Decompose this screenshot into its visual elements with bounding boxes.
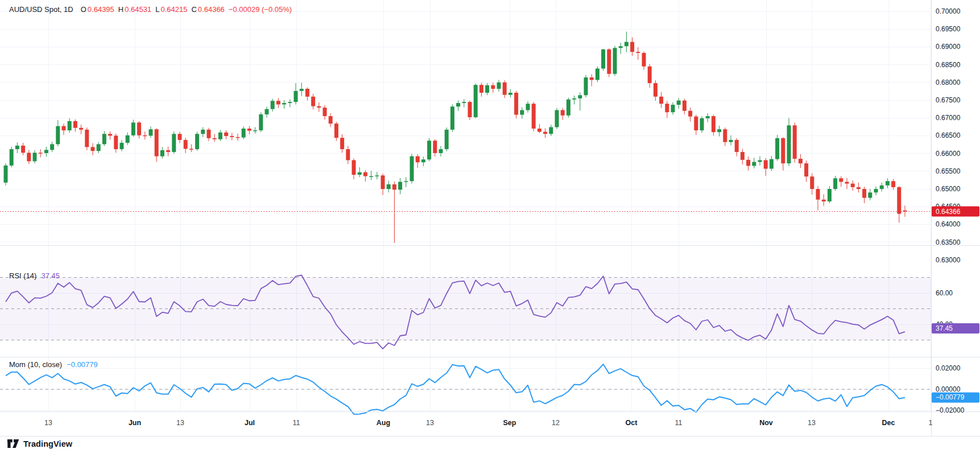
low-value: 0.64215 (160, 5, 187, 14)
candle (427, 138, 431, 162)
candle (445, 127, 449, 151)
candle (253, 127, 257, 133)
candle (636, 47, 640, 60)
candle (189, 144, 193, 152)
candle (305, 88, 309, 101)
candle (85, 127, 89, 150)
axis-label: 0.64000 (936, 220, 961, 228)
candle (567, 98, 570, 118)
candle (839, 176, 843, 187)
candle (474, 84, 478, 118)
time-axis-label: Aug (377, 419, 390, 427)
candle (833, 176, 837, 191)
candlestick-series[interactable] (4, 32, 907, 243)
candle (358, 167, 362, 177)
candle (683, 99, 687, 114)
candle (33, 150, 37, 163)
candle (555, 108, 559, 129)
candle (340, 134, 344, 153)
candle (561, 108, 565, 120)
candle (97, 142, 101, 153)
momentum-legend[interactable]: Mom (10, close) −0.00779 (9, 360, 98, 369)
candle (369, 171, 373, 180)
axis-label: 0.66500 (936, 131, 961, 139)
candle (799, 154, 803, 168)
candle (218, 130, 222, 141)
candle (619, 43, 623, 54)
candle (532, 102, 536, 131)
candle (166, 147, 170, 157)
candle (387, 181, 391, 193)
svg-text:37.45: 37.45 (936, 324, 953, 332)
candle (746, 157, 750, 170)
candle (497, 80, 501, 92)
candle (897, 186, 901, 223)
candle (793, 122, 797, 163)
candle (282, 100, 286, 109)
candle (323, 105, 327, 120)
momentum-current-value: −0.00779 (67, 360, 98, 369)
tradingview-logo[interactable]: TradingView (7, 439, 72, 448)
candle (868, 189, 872, 200)
time-axis-label: 13 (176, 419, 184, 427)
candle (108, 131, 112, 139)
candle (688, 108, 692, 121)
axis-label: 0.66000 (936, 150, 961, 158)
candle (880, 183, 884, 192)
candle (50, 142, 54, 152)
time-axis[interactable]: 13Jun13Jul11Aug13Sep12Oct11Nov13Dec1 (44, 419, 932, 427)
candle (160, 147, 164, 158)
candle (126, 133, 130, 145)
candle (503, 80, 507, 98)
candle (404, 177, 408, 187)
candle (862, 187, 866, 203)
candle (416, 154, 420, 168)
axis-label: 0.69500 (936, 25, 961, 33)
candle (300, 83, 304, 96)
chart-canvas[interactable]: 0.700000.695000.690000.685000.680000.675… (0, 0, 980, 457)
candle (10, 147, 14, 167)
time-axis-label: Oct (626, 419, 638, 427)
time-axis-label: Jun (129, 419, 141, 427)
candle (27, 150, 31, 164)
candle (822, 194, 826, 206)
axis-label: 0.63000 (936, 256, 961, 264)
ohlc-legend[interactable]: AUD/USD Spot, 1D O0.64395 H0.64531 L0.64… (9, 5, 292, 14)
tradingview-logo-icon (7, 439, 19, 448)
momentum-value-badge: −0.00779 (932, 392, 979, 402)
candle (352, 158, 356, 179)
candle (230, 133, 234, 140)
time-axis-label: Sep (503, 419, 516, 427)
candle (537, 124, 541, 133)
high-value: 0.64531 (125, 5, 151, 14)
time-axis-label: 1 (929, 419, 933, 427)
axis-label: 0.67500 (936, 96, 961, 104)
candle (804, 160, 808, 182)
grid-lines (0, 0, 931, 411)
candle (584, 75, 588, 97)
candle (178, 132, 182, 143)
candle (79, 125, 83, 134)
rsi-legend[interactable]: RSI (14) 37.45 (9, 271, 60, 280)
time-axis-label: 13 (808, 419, 816, 427)
candle (665, 101, 669, 118)
candle (770, 156, 774, 171)
candle (526, 101, 530, 113)
candle (149, 126, 153, 138)
candle (508, 89, 512, 97)
time-axis-label: 13 (44, 419, 52, 427)
time-axis-label: 13 (426, 419, 434, 427)
candle (677, 98, 681, 109)
candle (549, 125, 553, 136)
candle (607, 48, 611, 77)
candle (172, 131, 176, 154)
candle (242, 126, 246, 139)
candle (259, 112, 263, 132)
axis-label: 0.69000 (936, 43, 961, 51)
symbol-title[interactable]: AUD/USD Spot, 1D (9, 5, 73, 14)
candle (479, 83, 483, 96)
candle (392, 182, 396, 243)
candle (68, 118, 72, 133)
time-axis-label: Dec (882, 419, 895, 427)
candle (439, 146, 443, 157)
